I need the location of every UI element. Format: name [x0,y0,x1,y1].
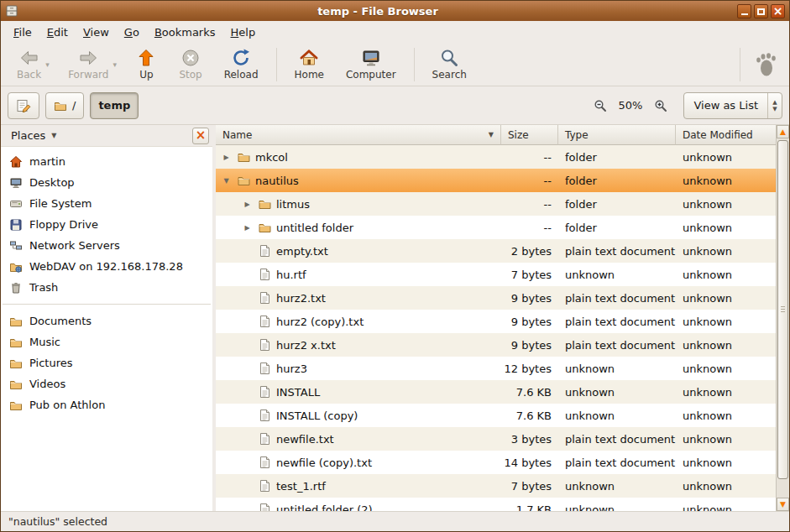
up-button[interactable]: Up [128,45,164,83]
maximize-button[interactable] [754,4,768,18]
sidebar-item-trash[interactable]: Trash [1,277,212,298]
date-cell: unknown [676,357,776,380]
column-header-date[interactable]: Date Modified [676,125,776,145]
scroll-down-icon[interactable]: ▼ [777,498,789,511]
menu-view[interactable]: View [76,23,117,42]
column-header-name[interactable]: Name▼ [216,125,501,145]
back-icon [19,48,39,68]
expander-closed-icon[interactable]: ▶ [220,154,233,161]
path-button-root[interactable]: / [45,92,84,119]
scroll-up-icon[interactable]: ▲ [777,125,789,138]
table-row[interactable]: ▶mkcol--folderunknown [216,145,776,169]
table-row[interactable]: hurz312 bytesunknownunknown [216,357,776,380]
toolbar-separator [740,48,740,81]
computer-button[interactable]: Computer [339,45,403,83]
size-cell: -- [501,192,558,216]
table-row[interactable]: hurz2 x.txt9 bytesplain text documentunk… [216,333,776,357]
date-cell: unknown [676,192,776,216]
table-row[interactable]: ▼nautilus--folderunknown [216,169,776,192]
file-icon [258,244,272,258]
zoom-out-button[interactable] [590,96,610,116]
menu-bookmarks[interactable]: Bookmarks [147,23,223,42]
column-header-type[interactable]: Type [558,125,676,145]
file-name: hurz3 [276,362,307,375]
size-cell: 12 bytes [501,357,558,380]
zoom-in-button[interactable] [651,96,671,116]
home-label: Home [295,69,324,81]
table-row[interactable]: INSTALL7.6 KBunknownunknown [216,380,776,404]
expander-open-icon[interactable]: ▼ [220,177,233,185]
date-cell: unknown [676,145,776,169]
vertical-scrollbar[interactable]: ▲ ▼ [776,125,789,511]
edit-location-button[interactable] [8,92,39,119]
column-header-label: Name [222,129,252,141]
home-icon [299,48,319,68]
up-label: Up [139,69,153,81]
menu-go[interactable]: Go [117,23,147,42]
places-combo[interactable]: Places ▼ [4,128,64,143]
combo-stepper-icon[interactable]: ▲▼ [767,93,782,118]
table-row[interactable]: ▶untitled folder--folderunknown [216,216,776,239]
column-header-label: Date Modified [683,129,753,141]
name-cell: test_1.rtf [216,474,501,498]
sidebar-item-documents[interactable]: Documents [1,310,212,331]
table-row[interactable]: empty.txt2 bytesplain text documentunkno… [216,239,776,263]
type-cell: unknown [558,498,676,511]
reload-button[interactable]: Reload [217,45,265,83]
table-row[interactable]: newfile (copy).txt14 bytesplain text doc… [216,451,776,474]
type-cell: plain text document [558,310,676,333]
reload-label: Reload [224,69,259,81]
name-cell: INSTALL (copy) [216,404,501,427]
table-row[interactable]: hu.rtf7 bytesunknownunknown [216,263,776,286]
sidebar-item-label: Pub on Athlon [29,399,105,411]
table-row[interactable]: ▶litmus--folderunknown [216,192,776,216]
expander-closed-icon[interactable]: ▶ [241,224,254,232]
zoom-in-icon [654,99,667,112]
menu-edit[interactable]: Edit [39,23,76,42]
scrollbar-track[interactable] [777,138,789,498]
sidebar-item-music[interactable]: Music [1,331,212,352]
table-row[interactable]: hurz2 (copy).txt9 bytesplain text docume… [216,310,776,333]
home-button[interactable]: Home [288,45,331,83]
sidebar-item-videos[interactable]: Videos [1,373,212,394]
title-bar[interactable]: temp - File Browser × [1,1,789,21]
maximize-icon [757,8,765,15]
sidebar-close-button[interactable]: × [192,128,209,144]
table-row[interactable]: hurz2.txt9 bytesplain text documentunkno… [216,286,776,310]
menu-file[interactable]: File [6,23,39,42]
table-row[interactable]: newfile.txt3 bytesplain text documentunk… [216,427,776,451]
type-cell: plain text document [558,333,676,357]
sidebar-item-pictures[interactable]: Pictures [1,352,212,373]
chevron-down-icon: ▼ [51,132,56,139]
sidebar-item-file-system[interactable]: File System [1,193,212,214]
search-button[interactable]: Search [426,45,473,83]
sidebar-item-pub-on-athlon[interactable]: Pub on Athlon [1,394,212,415]
file-icon [258,432,272,446]
table-row[interactable]: INSTALL (copy)7.6 KBunknownunknown [216,404,776,427]
desktop-icon [9,176,23,190]
menu-help[interactable]: Help [223,23,264,42]
table-row[interactable]: test_1.rtf7 bytesunknownunknown [216,474,776,498]
sidebar-item-network-servers[interactable]: Network Servers [1,235,212,256]
sidebar-item-floppy-drive[interactable]: Floppy Drive [1,214,212,235]
column-header-size[interactable]: Size [501,125,558,145]
sidebar-item-desktop[interactable]: Desktop [1,172,212,193]
sidebar-item-martin[interactable]: martin [1,151,212,172]
file-icon [258,385,272,399]
name-cell: INSTALL [216,380,501,404]
view-mode-select[interactable]: View as List ▲▼ [683,92,782,119]
file-icon [258,291,272,305]
minimize-button[interactable] [737,4,751,18]
zoom-out-icon [594,99,607,112]
expander-closed-icon[interactable]: ▶ [241,201,254,208]
name-cell: hurz2.txt [216,286,501,310]
table-row[interactable]: untitled folder (2)1.7 KBunknownunknown [216,498,776,511]
sidebar-item-webdav-on-192-168-178-28[interactable]: WebDAV on 192.168.178.28 [1,256,212,277]
type-cell: folder [558,192,676,216]
close-button[interactable]: × [771,4,785,18]
forward-label: Forward [68,69,108,81]
scrollbar-thumb[interactable] [777,140,788,479]
name-cell: ▼nautilus [216,169,501,192]
path-button-current[interactable]: temp [90,92,139,119]
stop-icon [180,48,201,68]
